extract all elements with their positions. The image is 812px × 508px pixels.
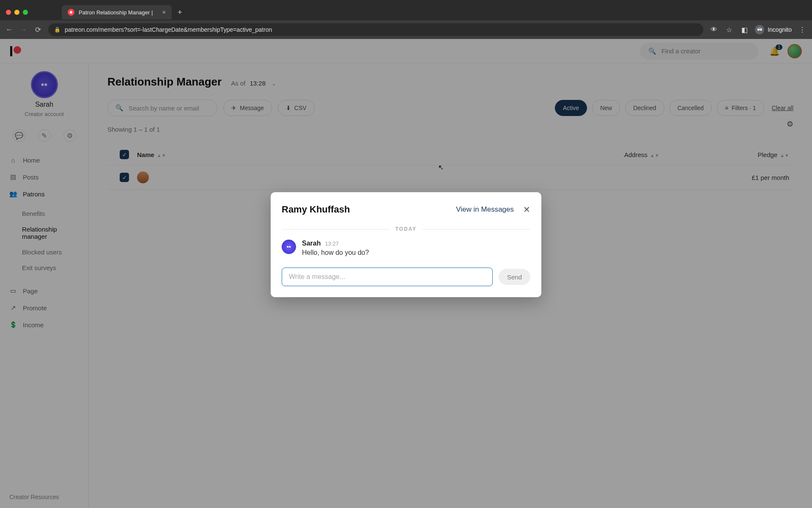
close-icon[interactable]: ✕ (523, 204, 530, 215)
message-time: 13:27 (325, 240, 339, 247)
kebab-menu-icon[interactable]: ⋮ (798, 26, 807, 34)
tab-title: Patron Relationship Manager | (79, 9, 153, 16)
modal-title: Ramy Khuffash (282, 204, 350, 215)
browser-toolbar: ← → ⟳ 🔒 patreon.com/members?sort=-lastCh… (0, 20, 812, 39)
new-tab-button[interactable]: + (172, 8, 188, 17)
message-item: •• Sarah 13:27 Hello, how do you do? (282, 240, 530, 257)
view-in-messages-link[interactable]: View in Messages (456, 205, 514, 214)
message-sender: Sarah (302, 240, 321, 247)
compose-input[interactable] (282, 268, 493, 286)
incognito-label: Incognito (768, 26, 792, 33)
address-bar[interactable]: 🔒 patreon.com/members?sort=-lastChargeDa… (48, 23, 703, 36)
back-icon[interactable]: ← (5, 25, 14, 34)
day-label: TODAY (395, 226, 417, 232)
incognito-indicator[interactable]: 🕶 Incognito (755, 25, 792, 34)
lock-icon: 🔒 (54, 27, 60, 33)
reload-icon[interactable]: ⟳ (34, 25, 42, 34)
message-body: Hello, how do you do? (302, 249, 369, 257)
window-controls[interactable] (6, 10, 28, 15)
url-text: patreon.com/members?sort=-lastChargeDate… (65, 26, 272, 33)
browser-tabstrip: Patron Relationship Manager | × + (0, 4, 812, 20)
day-divider: TODAY (282, 226, 530, 232)
eye-off-icon[interactable]: 👁 (709, 26, 719, 33)
favicon-icon (68, 9, 74, 16)
forward-icon[interactable]: → (19, 25, 28, 34)
incognito-icon: 🕶 (755, 25, 764, 34)
extensions-icon[interactable]: ◧ (740, 26, 749, 34)
star-icon[interactable]: ☆ (724, 26, 734, 34)
message-modal: Ramy Khuffash View in Messages ✕ TODAY •… (271, 192, 541, 297)
close-tab-icon[interactable]: × (162, 9, 166, 16)
message-avatar: •• (282, 240, 296, 254)
browser-tab[interactable]: Patron Relationship Manager | × (62, 5, 172, 19)
send-button[interactable]: Send (499, 269, 530, 285)
